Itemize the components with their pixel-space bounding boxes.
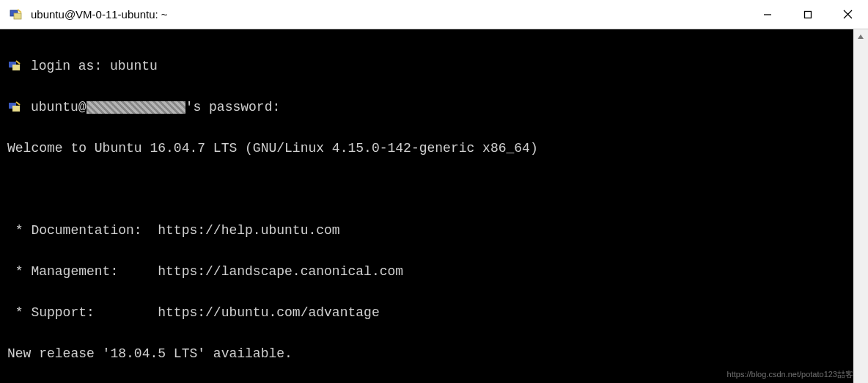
titlebar: ubuntu@VM-0-11-ubuntu: ~ bbox=[0, 0, 868, 29]
putty-icon bbox=[9, 7, 23, 22]
blank-line bbox=[7, 179, 853, 200]
scrollbar-up-arrow-icon[interactable] bbox=[853, 29, 868, 44]
login-prompt: login as: ubuntu bbox=[31, 56, 158, 76]
close-button[interactable] bbox=[828, 0, 868, 29]
password-prompt: ubuntu@'s password: bbox=[31, 97, 280, 117]
documentation-line: * Documentation: https://help.ubuntu.com bbox=[7, 220, 853, 241]
putty-icon bbox=[7, 59, 22, 73]
terminal-content: login as: ubuntu ubuntu@'s password: Wel… bbox=[0, 29, 853, 383]
management-line: * Management: https://landscape.canonica… bbox=[7, 261, 853, 282]
release-available-line: New release '18.04.5 LTS' available. bbox=[7, 343, 853, 364]
window-title: ubuntu@VM-0-11-ubuntu: ~ bbox=[31, 8, 168, 21]
svg-rect-1 bbox=[14, 13, 21, 19]
maximize-button[interactable] bbox=[787, 0, 828, 29]
scrollbar-track[interactable] bbox=[853, 44, 868, 383]
welcome-line: Welcome to Ubuntu 16.04.7 LTS (GNU/Linux… bbox=[7, 138, 853, 158]
svg-line-12 bbox=[16, 102, 20, 105]
support-line: * Support: https://ubuntu.com/advantage bbox=[7, 302, 853, 323]
svg-rect-4 bbox=[804, 11, 811, 18]
svg-line-2 bbox=[18, 10, 21, 12]
svg-rect-8 bbox=[12, 65, 20, 70]
terminal-area[interactable]: login as: ubuntu ubuntu@'s password: Wel… bbox=[0, 29, 868, 383]
svg-line-9 bbox=[16, 61, 20, 64]
redacted-ip bbox=[87, 101, 185, 114]
svg-rect-11 bbox=[12, 106, 20, 112]
svg-marker-13 bbox=[858, 34, 864, 39]
watermark-text: https://blog.csdn.net/potato123喆客 bbox=[727, 369, 853, 380]
minimize-button[interactable] bbox=[747, 0, 787, 29]
putty-icon bbox=[7, 100, 22, 114]
vertical-scrollbar[interactable] bbox=[853, 29, 868, 383]
